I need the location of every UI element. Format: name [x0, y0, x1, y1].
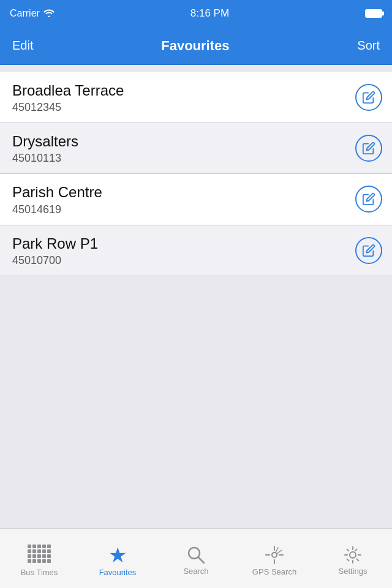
svg-line-28	[277, 550, 282, 554]
svg-rect-2	[37, 545, 41, 548]
svg-rect-18	[42, 559, 46, 563]
list-item[interactable]: Broadlea Terrace 45012345	[0, 72, 392, 123]
svg-rect-4	[47, 545, 51, 548]
tab-search[interactable]: Search	[157, 529, 235, 588]
svg-line-27	[276, 548, 278, 552]
svg-rect-3	[42, 545, 46, 548]
list-item-text: Drysalters 45010113	[12, 132, 349, 165]
list-item[interactable]: Park Row P1 45010700	[0, 225, 392, 276]
item-number: 45010700	[12, 254, 349, 267]
item-name: Drysalters	[12, 132, 349, 151]
svg-rect-19	[47, 559, 51, 563]
item-name: Parish Centre	[12, 183, 349, 202]
svg-line-21	[198, 557, 204, 563]
bus-times-icon	[28, 545, 51, 565]
svg-rect-1	[32, 545, 36, 548]
status-left: Carrier	[10, 8, 55, 19]
list-item[interactable]: Parish Centre 45014619	[0, 174, 392, 225]
tab-settings-label: Settings	[339, 567, 368, 576]
gps-icon	[265, 545, 284, 565]
item-name: Broadlea Terrace	[12, 81, 349, 100]
battery-icon	[365, 9, 382, 18]
svg-rect-15	[28, 559, 31, 563]
nav-bar: Edit Favourites Sort	[0, 27, 392, 65]
tab-gps-search[interactable]: GPS Search	[235, 529, 314, 588]
svg-rect-7	[37, 549, 41, 553]
wifi-icon	[43, 9, 55, 19]
tab-bar: Bus Times ★ Favourites Search GPS Search	[0, 528, 392, 588]
edit-icon-button[interactable]	[355, 84, 382, 111]
top-gap	[0, 65, 392, 72]
edit-icon-button[interactable]	[355, 186, 382, 213]
gear-icon	[344, 546, 362, 564]
svg-rect-17	[37, 559, 41, 563]
svg-rect-6	[32, 549, 36, 553]
tab-favourites-label: Favourites	[99, 568, 137, 577]
svg-point-22	[272, 552, 277, 557]
svg-rect-9	[47, 549, 51, 553]
item-name: Park Row P1	[12, 234, 349, 253]
svg-rect-10	[28, 554, 31, 558]
carrier-label: Carrier	[10, 8, 40, 19]
svg-rect-14	[47, 554, 51, 558]
status-right	[365, 9, 382, 18]
item-number: 45010113	[12, 152, 349, 165]
search-icon	[187, 546, 205, 564]
svg-rect-0	[28, 545, 31, 548]
svg-rect-16	[32, 559, 36, 563]
list-item[interactable]: Drysalters 45010113	[0, 123, 392, 174]
tab-search-label: Search	[183, 567, 208, 576]
item-number: 45014619	[12, 203, 349, 216]
svg-point-29	[350, 552, 356, 558]
svg-rect-11	[32, 554, 36, 558]
svg-rect-12	[37, 554, 41, 558]
tab-gps-label: GPS Search	[252, 567, 296, 576]
item-number: 45012345	[12, 101, 349, 114]
tab-bus-times-label: Bus Times	[21, 568, 58, 577]
tab-favourites[interactable]: ★ Favourites	[78, 529, 157, 588]
edit-icon-button[interactable]	[355, 237, 382, 264]
svg-rect-13	[42, 554, 46, 558]
list-item-text: Park Row P1 45010700	[12, 234, 349, 267]
tab-bus-times[interactable]: Bus Times	[0, 529, 78, 588]
svg-rect-5	[28, 549, 31, 553]
tab-settings[interactable]: Settings	[314, 529, 392, 588]
svg-rect-8	[42, 549, 46, 553]
edit-icon-button[interactable]	[355, 135, 382, 162]
favourites-list: Broadlea Terrace 45012345 Drysalters 450…	[0, 72, 392, 276]
list-item-text: Parish Centre 45014619	[12, 183, 349, 216]
empty-area	[0, 276, 392, 461]
list-item-text: Broadlea Terrace 45012345	[12, 81, 349, 114]
edit-button[interactable]: Edit	[12, 39, 33, 53]
status-bar: Carrier 8:16 PM	[0, 0, 392, 27]
status-time: 8:16 PM	[190, 7, 229, 20]
sort-button[interactable]: Sort	[357, 39, 380, 53]
page-title: Favourites	[161, 38, 229, 54]
star-icon: ★	[108, 545, 127, 565]
